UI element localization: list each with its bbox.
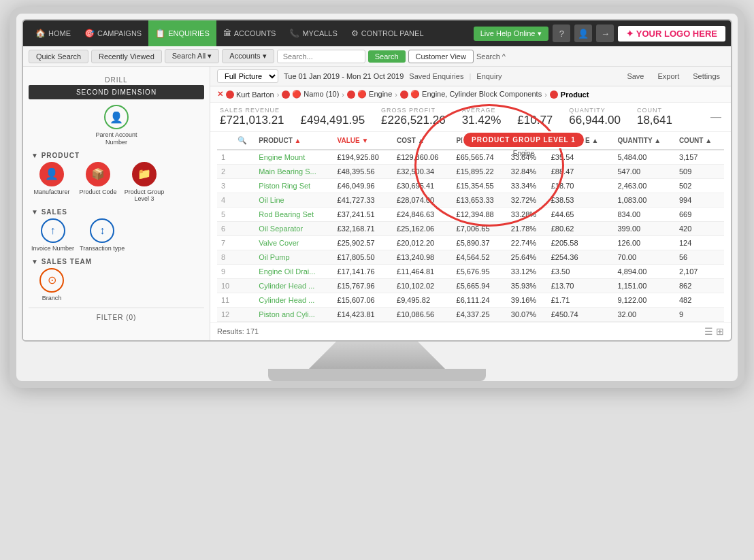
invoice-number-icon-item[interactable]: ↑ Invoice Number [31,218,74,252]
cell-cost: £13,240.98 [393,250,453,265]
search-caret-label[interactable]: Search ^ [476,52,506,61]
search-all-button[interactable]: Search All ▾ [165,49,220,63]
cell-count: 56 [675,250,724,265]
logo: ✦ YOUR LOGO HERE [618,26,725,42]
cell-gp: 25.64% [507,250,547,265]
col-count[interactable]: COUNT ▲ [675,132,724,150]
logout-button[interactable]: → [596,24,614,42]
search-button[interactable]: Search [368,50,406,63]
product-group-l3-icon-item[interactable]: 📁 Product GroupLevel 3 [124,162,165,203]
grid-view-icon[interactable]: ⊞ [716,326,724,337]
tooltip-sub: Engine [462,150,585,157]
nav-home[interactable]: 🏠 HOME [29,20,78,46]
cell-product[interactable]: Oil Line [255,193,333,208]
export-button[interactable]: Export [653,71,683,82]
nav-control-panel[interactable]: ⚙ CONTROL PANEL [344,20,431,46]
cell-search [233,293,255,308]
col-quantity[interactable]: QUANTITY ▲ [613,132,674,150]
chevron-down-icon: ▾ [538,29,542,38]
sales-revenue-stat: SALES REVENUE £721,013.21 [220,107,284,127]
cell-product[interactable]: Valve Cover [255,236,333,250]
table-row: 9 Engine Oil Drai... £17,141.76 £11,464.… [217,265,724,279]
manufacturer-label: Manufacturer [33,188,69,196]
cell-avg-price: £1.71 [547,293,614,308]
branch-icon-item[interactable]: ⊙ Branch [31,268,72,302]
save-button[interactable]: Save [623,71,648,82]
saved-enquiries-link[interactable]: Saved Enquiries [409,72,463,80]
col-product[interactable]: PRODUCT ▲ [255,132,333,150]
sales-team-group: ▼ SALES TEAM ⊙ Branch [29,258,204,302]
cell-product[interactable]: Rod Bearing Set [255,208,333,222]
nav-enquiries[interactable]: 📋 ENQUIRIES [148,20,216,46]
cell-avg-price: £88.47 [547,165,614,179]
bc-namo[interactable]: 🔴 Namo (10) [282,90,339,99]
cell-cost: £11,464.81 [393,265,453,279]
customer-view-button[interactable]: Customer View [408,50,474,63]
recently-viewed-button[interactable]: Recently Viewed [91,50,162,63]
bc-engine[interactable]: 🔴 Engine [347,90,392,99]
parent-account-icon-item[interactable]: 👤 Parent AccountNumber [95,105,137,146]
help-button[interactable]: ? [553,24,570,42]
cell-gp: 33.28% [507,208,547,222]
gross-profit-value: £226,521.26 [381,114,446,127]
bc-kurt-barton[interactable]: Kurt Barton [226,90,274,99]
list-view-icon[interactable]: ☰ [704,326,713,337]
parent-account-icon: 👤 [104,105,129,129]
bc-product-active: Product [550,90,589,99]
cell-cost: £32,500.34 [393,165,453,179]
user-button[interactable]: 👤 [574,24,592,42]
cell-product[interactable]: Main Bearing S... [255,165,333,179]
full-picture-dropdown[interactable]: Full Picture [217,69,278,83]
search-input[interactable] [277,50,365,63]
nav-mycalls[interactable]: 📞 MYCALLS [282,20,344,46]
cell-cost: £20,012.20 [393,236,453,250]
collapse-button[interactable]: — [710,111,721,123]
parent-account-label: Parent AccountNumber [95,131,137,146]
sidebar: DRILL SECOND DIMENSION 👤 Parent AccountN… [23,67,210,340]
enquiry-link[interactable]: Enquiry [476,72,502,80]
value-stat: £494,491.95 [301,114,365,127]
cell-quantity: 1,083.00 [613,193,674,208]
cell-quantity: 399.00 [613,222,674,236]
cell-count: 420 [675,222,724,236]
cell-value: £17,805.50 [333,250,393,265]
transaction-type-icon-item[interactable]: ↕ Transaction type [80,218,125,252]
cell-product[interactable]: Cylinder Head ... [255,293,333,308]
manufacturer-icon: 👤 [39,162,64,186]
product-code-icon-item[interactable]: 📦 Product Code [78,162,118,203]
cell-product[interactable]: Oil Separator [255,222,333,236]
quick-search-button[interactable]: Quick Search [29,50,88,63]
cell-search [233,236,255,250]
breadcrumb-close[interactable]: ✕ [217,90,223,99]
live-help-button[interactable]: Live Help Online ▾ [474,27,549,41]
nav-campaigns[interactable]: 🎯 CAMPAIGNS [78,20,148,46]
col-value[interactable]: VALUE ▼ [333,132,393,150]
cell-product[interactable]: Engine Mount [255,150,333,165]
settings-button[interactable]: Settings [689,71,724,82]
cell-value: £15,767.96 [333,279,393,293]
cell-product[interactable]: Piston Ring Set [255,179,333,193]
product-code-icon: 📦 [86,162,110,186]
campaigns-icon: 🎯 [84,29,95,38]
cell-num: 1 [217,150,233,165]
table-row: 10 Cylinder Head ... £15,767.96 £10,102.… [217,279,724,293]
main-layout: DRILL SECOND DIMENSION 👤 Parent AccountN… [23,67,731,340]
date-range: Tue 01 Jan 2019 - Mon 21 Oct 2019 [284,72,404,80]
col-cost[interactable]: COST ▲ [393,132,453,150]
filter-bar[interactable]: FILTER (0) [29,308,204,321]
count-stat: COUNT 18,641 [637,107,672,127]
col-search[interactable]: 🔍 [233,132,255,150]
cell-product[interactable]: Engine Oil Drai... [255,265,333,279]
cell-product[interactable]: Piston and Cyli... [255,308,333,322]
bc-cylinder-block[interactable]: 🔴 Engine, Cylinder Block Components [400,90,542,99]
table-row: 2 Main Bearing S... £48,395.56 £32,500.3… [217,165,724,179]
cell-product[interactable]: Oil Pump [255,250,333,265]
manufacturer-icon-item[interactable]: 👤 Manufacturer [31,162,72,203]
cell-profit: £5,890.37 [453,236,507,250]
second-navigation: Quick Search Recently Viewed Search All … [23,46,731,67]
table-row: 8 Oil Pump £17,805.50 £13,240.98 £4,564.… [217,250,724,265]
accounts-dropdown-button[interactable]: Accounts ▾ [222,49,274,63]
cell-gp: 22.74% [507,236,547,250]
cell-product[interactable]: Cylinder Head ... [255,279,333,293]
nav-accounts[interactable]: 🏛 ACCOUNTS [216,20,283,46]
